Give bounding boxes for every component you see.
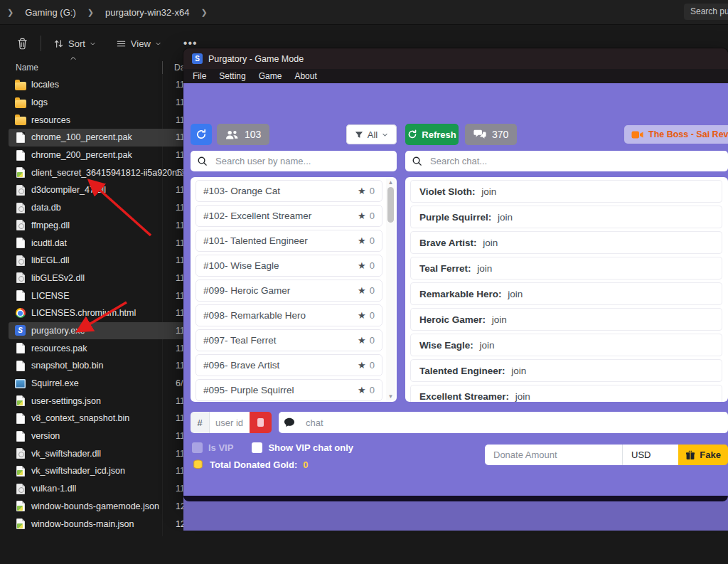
- user-id-input[interactable]: [210, 412, 250, 433]
- file-icon: [14, 307, 26, 319]
- chevron-right-icon[interactable]: ❯: [80, 8, 101, 17]
- trash-icon: [16, 38, 28, 50]
- chat-search-input[interactable]: [429, 155, 722, 167]
- chat-message-row[interactable]: Remarkable Hero: join: [410, 282, 722, 305]
- chat-search: [405, 151, 728, 171]
- app-menubar: FileSettingGameAbout: [183, 69, 728, 83]
- menu-item[interactable]: Game: [252, 69, 289, 83]
- star-icon: ★: [358, 186, 366, 196]
- user-list-scrollbar[interactable]: ▲ ▼: [386, 179, 395, 400]
- view-list-icon: [116, 38, 127, 49]
- scroll-down-icon[interactable]: ▼: [387, 393, 394, 400]
- delete-user-button[interactable]: [250, 412, 272, 433]
- speech-bubble-icon: [279, 412, 300, 433]
- fake-donate-button[interactable]: Fake: [678, 445, 728, 465]
- chat-author: Wise Eagle:: [419, 340, 473, 351]
- star-count: 0: [370, 211, 375, 221]
- star-icon: ★: [358, 211, 366, 221]
- sync-button[interactable]: [191, 124, 212, 145]
- refresh-label: Refresh: [422, 129, 456, 140]
- scroll-up-icon[interactable]: ▲: [387, 179, 394, 186]
- chat-text: join: [475, 263, 493, 274]
- file-name: icudtl.dat: [31, 238, 67, 248]
- show-vip-label: Show VIP chat only: [268, 442, 353, 453]
- file-icon: [14, 166, 26, 179]
- breadcrumb-drive[interactable]: Gaming (G:): [21, 5, 80, 20]
- chevron-down-icon: [382, 132, 388, 138]
- delete-icon: [257, 418, 264, 427]
- chat-message-row[interactable]: Purple Squirrel: join: [410, 206, 722, 228]
- file-icon: [14, 395, 26, 407]
- refresh-button[interactable]: Refresh: [405, 124, 459, 145]
- file-name: vulkan-1.dll: [31, 484, 76, 494]
- file-icon: [14, 465, 26, 477]
- chevron-right-icon[interactable]: ❯: [193, 8, 214, 17]
- donate-amount-input[interactable]: [485, 445, 622, 465]
- sort-button[interactable]: Sort: [47, 34, 102, 53]
- delete-button[interactable]: [10, 33, 35, 54]
- file-icon: [14, 413, 26, 425]
- chat-text: join: [479, 186, 497, 197]
- menu-item[interactable]: File: [186, 69, 213, 83]
- view-button[interactable]: View: [109, 34, 168, 53]
- is-vip-checkbox[interactable]: [192, 442, 203, 453]
- chat-message-row[interactable]: Excellent Streamer: join: [410, 385, 722, 402]
- user-row[interactable]: #095- Purple Squirrel ★ 0: [196, 379, 382, 401]
- user-row[interactable]: #096- Brave Artist ★ 0: [196, 354, 382, 376]
- user-count-badge: 103: [217, 124, 269, 145]
- user-list: #103- Orange Cat ★ 0 #102- Excellent Str…: [191, 180, 397, 401]
- chat-text: join: [505, 289, 523, 299]
- chat-message-row[interactable]: Teal Ferret: join: [410, 257, 722, 280]
- chat-message-input[interactable]: [300, 412, 728, 433]
- menu-item[interactable]: Setting: [213, 69, 252, 83]
- chat-text: join: [477, 340, 495, 351]
- chat-message-row[interactable]: Heroic Gamer: join: [410, 308, 722, 331]
- star-count: 0: [370, 385, 375, 395]
- user-row[interactable]: #101- Talented Engineer ★ 0: [196, 230, 382, 252]
- file-name: window-bounds-main.json: [31, 519, 134, 529]
- chat-message-row[interactable]: Wise Eagle: join: [410, 334, 722, 356]
- chevron-right-icon[interactable]: ❯: [0, 8, 21, 17]
- star-count: 0: [370, 285, 375, 296]
- chat-author: Excellent Streamer:: [419, 391, 509, 402]
- file-icon: [14, 149, 26, 161]
- chevron-down-icon: [90, 41, 96, 47]
- chat-text: join: [513, 391, 530, 402]
- file-name: ffmpeg.dll: [31, 220, 70, 230]
- star-icon: ★: [358, 385, 366, 395]
- file-name: user-settings.json: [31, 396, 101, 406]
- show-vip-checkbox[interactable]: [252, 442, 262, 453]
- sort-ascending-icon: [70, 55, 77, 61]
- star-icon: ★: [358, 335, 366, 346]
- file-icon: [14, 518, 26, 530]
- boss-label: The Boss - Sai Review: [648, 129, 728, 139]
- file-icon: [14, 500, 26, 512]
- file-icon: [14, 255, 26, 267]
- user-row[interactable]: #102- Excellent Streamer ★ 0: [196, 205, 382, 227]
- star-count: 0: [370, 335, 375, 346]
- currency-select[interactable]: USD: [622, 445, 678, 465]
- sort-label: Sort: [68, 38, 85, 49]
- user-row[interactable]: #103- Orange Cat ★ 0: [196, 180, 382, 202]
- chat-message-row[interactable]: Violet Sloth: join: [410, 180, 722, 203]
- chat-message-row[interactable]: Brave Artist: join: [410, 231, 722, 254]
- app-titlebar[interactable]: S Purgatory - Game Mode: [183, 48, 728, 69]
- scrollbar-thumb[interactable]: [387, 187, 394, 223]
- explorer-search-input[interactable]: Search pu: [684, 4, 728, 20]
- filter-dropdown[interactable]: All: [346, 124, 397, 144]
- file-icon: [14, 289, 26, 302]
- file-icon: [14, 430, 26, 442]
- filter-value: All: [368, 129, 378, 140]
- chat-author: Purple Squirrel:: [419, 212, 491, 223]
- user-row[interactable]: #098- Remarkable Hero ★ 0: [196, 304, 382, 326]
- breadcrumb-folder[interactable]: purgatory-win32-x64: [101, 5, 194, 20]
- chat-message-row[interactable]: Talented Engineer: join: [410, 359, 722, 382]
- user-row[interactable]: #100- Wise Eagle ★ 0: [196, 255, 382, 277]
- user-row[interactable]: #099- Heroic Gamer ★ 0: [196, 280, 382, 302]
- file-name: Squirrel.exe: [31, 378, 79, 388]
- column-header-name[interactable]: Name: [16, 63, 38, 73]
- file-icon: [14, 360, 26, 372]
- user-search-input[interactable]: [214, 155, 390, 167]
- user-row[interactable]: #097- Teal Ferret ★ 0: [196, 329, 382, 351]
- menu-item[interactable]: About: [288, 69, 323, 83]
